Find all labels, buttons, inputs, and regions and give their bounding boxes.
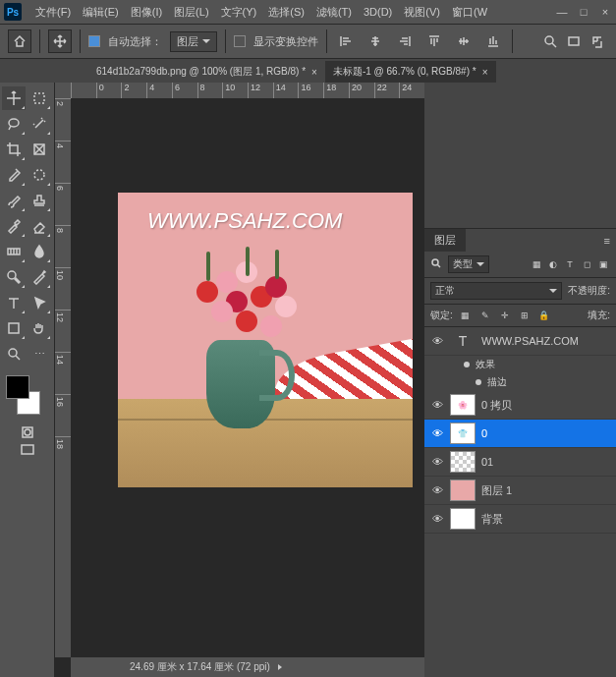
layer-thumbnail: 🌸 [450, 394, 476, 416]
lock-transparent-icon[interactable]: ▦ [459, 309, 473, 322]
align-right-icon[interactable] [394, 30, 416, 52]
menu-view[interactable]: 视图(V) [398, 5, 446, 20]
lock-all-icon[interactable]: 🔒 [537, 309, 551, 322]
filter-adjust-icon[interactable]: ◐ [546, 257, 560, 271]
ruler-vertical[interactable]: 24681012141618 [55, 98, 71, 657]
visibility-toggle[interactable]: 👁 [430, 512, 444, 526]
layers-panel-tab[interactable]: 图层 [424, 229, 466, 252]
document-tab-1[interactable]: 614d1b2a799db.png @ 100% (图层 1, RGB/8) *… [88, 61, 325, 83]
text-tool[interactable] [2, 291, 26, 314]
move-tool[interactable] [2, 86, 26, 110]
visibility-toggle[interactable]: 👁 [430, 426, 444, 440]
menu-edit[interactable]: 编辑(E) [77, 5, 125, 20]
share-icon[interactable] [587, 30, 608, 52]
path-select-tool[interactable] [28, 291, 51, 314]
shape-tool[interactable] [2, 316, 26, 340]
hand-tool[interactable] [28, 316, 51, 340]
close-icon[interactable]: × [482, 67, 488, 78]
layer-name[interactable]: 背景 [481, 512, 503, 527]
align-center-v-icon[interactable] [453, 30, 475, 52]
layer-background[interactable]: 👁 背景 [424, 505, 616, 534]
menu-layer[interactable]: 图层(L) [168, 5, 214, 20]
visibility-toggle[interactable]: 👁 [430, 398, 444, 412]
lock-pixels-icon[interactable]: ✎ [478, 309, 492, 322]
search-icon[interactable] [430, 257, 442, 271]
layer-name[interactable]: 0 [481, 427, 487, 439]
filter-smart-icon[interactable]: ▣ [596, 257, 610, 271]
align-center-h-icon[interactable] [364, 30, 386, 52]
document-tab-2[interactable]: 未标题-1 @ 66.7% (0, RGB/8#) * × [325, 61, 496, 83]
quick-mask[interactable] [2, 424, 52, 440]
gradient-tool[interactable] [2, 240, 26, 263]
menu-window[interactable]: 窗口(W [446, 5, 493, 20]
blend-mode-dropdown[interactable]: 正常 [430, 282, 562, 300]
blur-tool[interactable] [28, 240, 51, 263]
filter-shape-icon[interactable]: ◻ [580, 257, 593, 271]
layer-filter-dropdown[interactable]: 类型 [448, 255, 489, 273]
layer-name[interactable]: 01 [481, 456, 493, 468]
ruler-horizontal[interactable]: 024681012141618202224 [71, 83, 424, 98]
crop-tool[interactable] [2, 138, 26, 161]
brush-tool[interactable] [2, 189, 26, 212]
auto-select-dropdown[interactable]: 图层 [170, 31, 217, 52]
lock-artboard-icon[interactable]: ⊞ [518, 309, 532, 322]
marquee-tool[interactable] [28, 86, 51, 110]
layer-thumbnail: 👕 [450, 423, 476, 444]
show-transform-checkbox[interactable] [234, 35, 246, 47]
align-left-icon[interactable] [335, 30, 357, 52]
layer-0[interactable]: 👁 👕 0 [424, 420, 616, 448]
layer-text[interactable]: 👁 T WWW.PSAHZ.COM [424, 327, 616, 356]
close-button[interactable]: × [598, 5, 612, 19]
stamp-tool[interactable] [28, 189, 51, 212]
edit-toolbar[interactable]: ⋯ [28, 342, 51, 366]
menu-filter[interactable]: 滤镜(T) [310, 5, 358, 20]
dodge-tool[interactable] [2, 265, 26, 289]
layer-0-copy[interactable]: 👁 🌸 0 拷贝 [424, 391, 616, 420]
chevron-down-icon [202, 39, 210, 43]
layer-01[interactable]: 👁 01 [424, 448, 616, 477]
menu-3d[interactable]: 3D(D) [358, 6, 398, 18]
eyedropper-tool[interactable] [2, 163, 26, 187]
canvas[interactable]: WWW.PSAHZ.COM [118, 193, 413, 487]
pen-tool[interactable] [28, 265, 51, 289]
layer-effect-stroke[interactable]: 描边 [424, 373, 616, 391]
layer-effects[interactable]: 效果 [424, 356, 616, 373]
magic-wand-tool[interactable] [28, 112, 51, 136]
layer-name[interactable]: 0 拷贝 [481, 398, 512, 413]
screen-mode-toggle[interactable] [2, 442, 52, 458]
layer-1[interactable]: 👁 图层 1 [424, 477, 616, 505]
filter-pixel-icon[interactable]: ▦ [530, 257, 543, 271]
filter-text-icon[interactable]: T [563, 257, 577, 271]
menu-select[interactable]: 选择(S) [262, 5, 310, 20]
foreground-color[interactable] [6, 375, 29, 399]
minimize-button[interactable]: — [555, 5, 569, 19]
lock-position-icon[interactable]: ✛ [498, 309, 512, 322]
search-icon[interactable] [539, 30, 561, 52]
layer-name[interactable]: WWW.PSAHZ.COM [481, 335, 579, 347]
ruler-corner [55, 83, 71, 98]
visibility-toggle[interactable]: 👁 [430, 455, 444, 469]
auto-select-checkbox[interactable] [88, 35, 100, 47]
healing-tool[interactable] [28, 163, 51, 187]
move-tool-icon[interactable] [48, 29, 72, 53]
color-swatches[interactable] [6, 375, 48, 415]
visibility-toggle[interactable]: 👁 [430, 334, 444, 348]
align-top-icon[interactable] [423, 30, 445, 52]
maximize-button[interactable]: □ [577, 5, 590, 19]
align-bottom-icon[interactable] [482, 30, 504, 52]
menu-text[interactable]: 文字(Y) [215, 5, 263, 20]
chevron-right-icon[interactable] [278, 664, 282, 670]
home-icon[interactable] [8, 29, 31, 53]
menu-file[interactable]: 文件(F) [29, 5, 77, 20]
panel-menu-icon[interactable]: ≡ [598, 231, 616, 251]
screen-mode-icon[interactable] [563, 30, 585, 52]
visibility-toggle[interactable]: 👁 [430, 483, 444, 497]
zoom-tool[interactable] [2, 342, 26, 366]
menu-image[interactable]: 图像(I) [125, 5, 168, 20]
frame-tool[interactable] [28, 138, 51, 161]
layer-name[interactable]: 图层 1 [481, 483, 512, 498]
eraser-tool[interactable] [28, 214, 51, 238]
history-brush-tool[interactable] [2, 214, 26, 238]
close-icon[interactable]: × [311, 67, 317, 78]
lasso-tool[interactable] [2, 112, 26, 136]
